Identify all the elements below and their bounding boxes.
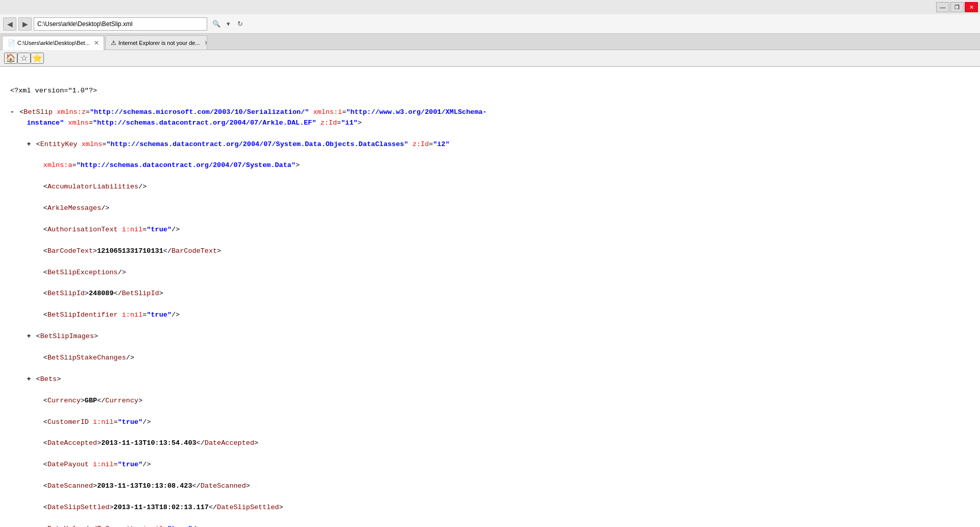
restore-button[interactable]: ❐ [950,2,964,12]
xml-line-betslip-open: - <BetSlip xmlns:z="http://schemas.micro… [10,107,970,129]
back-button[interactable]: ◀ [3,17,16,31]
xml-line-datepayout: <DatePayout i:nil="true"/> [10,460,970,470]
title-bar: — ❐ ✕ [0,0,980,14]
tab-ie-close[interactable]: ✕ [204,39,207,46]
toolbar-bar: 🏠 ☆ ⭐ [0,50,980,66]
xml-line-entitykey-xmlns: xmlns:a="http://schemas.datacontract.org… [10,160,970,171]
xml-line-datescanned: <DateScanned>2013-11-13T10:13:08.423</Da… [10,481,970,492]
tab-betslip-icon: 📄 [8,39,15,46]
collapse-betslipimages[interactable]: + [27,332,31,340]
tab-ie-notice[interactable]: ⚠ Internet Explorer is not your de... ✕ [105,35,207,50]
dropdown-button[interactable]: ▾ [223,19,233,29]
favorites-button[interactable]: ☆ [17,53,31,64]
starred-button[interactable]: ⭐ [31,53,44,64]
xml-line-customerid: <CustomerID i:nil="true"/> [10,417,970,428]
collapse-entitykey[interactable]: + [27,140,31,148]
xml-line-dateaccepted: <DateAccepted>2013-11-13T10:13:54.403</D… [10,438,970,449]
collapse-bets[interactable]: + [27,375,31,383]
xml-line-betslipid: <BetSlipId>248089</BetSlipId> [10,289,970,299]
browser-frame: — ❐ ✕ ◀ ▶ C:\Users\arkle\Desktop\BetSlip… [0,0,980,67]
xml-line-arklmsg: <ArkleMessages/> [10,203,970,214]
refresh-button[interactable]: ↻ [235,19,245,29]
address-text: C:\Users\arkle\Desktop\BetSlip.xml [37,20,133,28]
tab-ie-icon: ⚠ [111,39,116,46]
address-bar[interactable]: C:\Users\arkle\Desktop\BetSlip.xml [34,17,207,31]
close-button[interactable]: ✕ [965,2,978,12]
xml-line-betslipex: <BetSlipExceptions/> [10,268,970,278]
xml-line-betslipchngs: <BetSlipStakeChanges/> [10,353,970,364]
address-bar-icons: 🔍 ▾ ↻ [211,19,245,29]
collapse-betslip[interactable]: - [10,108,14,116]
xml-declaration: <?xml version="1.0"?> [10,86,970,97]
home-button[interactable]: 🏠 [4,53,17,64]
forward-button[interactable]: ▶ [18,17,32,31]
tabs-bar: 📄 C:\Users\arkle\Desktop\Bet... ✕ ⚠ Inte… [0,34,980,50]
xml-line-betslipimg: + <BetSlipImages> [10,331,970,342]
nav-bar: ◀ ▶ C:\Users\arkle\Desktop\BetSlip.xml 🔍… [0,14,980,34]
xml-line-currency: <Currency>GBP</Currency> [10,396,970,406]
xml-line-entitykey: + <EntityKey xmlns="http://schemas.datac… [10,139,970,150]
xml-line-dateslipsettled: <DateSlipSettled>2013-11-13T18:02:13.117… [10,502,970,513]
xml-line-dateuploaded: <DateUploadedToSecurity i:nil="true"/> [10,524,970,527]
xml-line-betslipident: <BetSlipIdentifier i:nil="true"/> [10,310,970,321]
xml-line-barcode: <BarCodeText>1210651331710131</BarCodeTe… [10,246,970,257]
xml-line-accumliab: <AccumulatorLiabilities/> [10,182,970,193]
xml-content: <?xml version="1.0"?> - <BetSlip xmlns:z… [0,67,980,527]
tab-ie-label: Internet Explorer is not your de... [118,40,200,46]
xml-pi-text: <?xml version="1.0"?> [10,87,97,94]
minimize-button[interactable]: — [936,2,949,12]
tab-betslip-label: C:\Users\arkle\Desktop\Bet... [17,40,90,46]
xml-line-bets: + <Bets> [10,374,970,385]
tab-betslip[interactable]: 📄 C:\Users\arkle\Desktop\Bet... ✕ [2,36,104,50]
tab-betslip-close[interactable]: ✕ [94,39,99,46]
search-button[interactable]: 🔍 [211,19,222,29]
xml-line-authtext: <AuthorisationText i:nil="true"/> [10,225,970,235]
